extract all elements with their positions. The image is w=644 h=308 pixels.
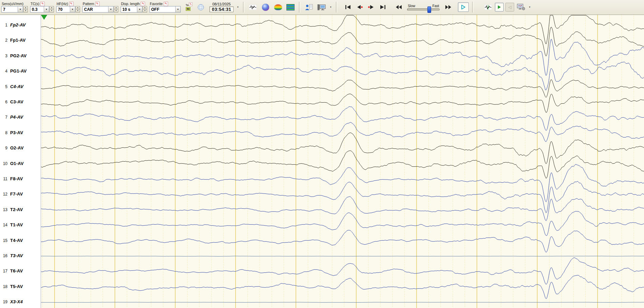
hf-edit-icon[interactable]: ✎ — [69, 2, 74, 6]
pattern-edit-icon[interactable]: ✎ — [95, 2, 100, 6]
brain-topography-icon — [262, 4, 269, 11]
channel-label-row[interactable]: 2Fp1-AV — [0, 38, 26, 43]
pattern-spin-up[interactable]: ▲ — [114, 6, 118, 9]
more-dropdown-arrow[interactable]: ▾ — [528, 6, 531, 8]
chevron-down-icon[interactable]: ▼ — [70, 6, 75, 12]
photic-globe-button[interactable] — [196, 2, 206, 13]
channel-label-row[interactable]: 14T1-AV — [0, 222, 23, 228]
dsa-trend-button[interactable] — [285, 2, 296, 13]
eeg-trace — [41, 39, 644, 76]
channel-label-row[interactable]: 3PG2-AV — [0, 53, 27, 59]
hf-spin-up[interactable]: ▲ — [76, 6, 80, 9]
sens-spin-down[interactable]: ▼ — [23, 9, 28, 13]
eeg-trace — [41, 151, 644, 179]
channel-label-row[interactable]: 12F7-AV — [0, 191, 23, 197]
prev-page-button[interactable]: ◁ — [505, 3, 514, 12]
tc-edit-icon[interactable]: ✎ — [40, 2, 45, 6]
disp-combobox[interactable]: 10 s▼ — [121, 6, 142, 13]
jump-start-button[interactable] — [343, 2, 354, 12]
channel-number: 7 — [0, 115, 7, 120]
jump-end-button[interactable] — [377, 2, 388, 12]
fast-forward-button[interactable] — [443, 2, 454, 12]
rainbow-map-icon — [274, 4, 282, 10]
play-event-button[interactable] — [495, 3, 504, 12]
eeg-main-area: 1Fp2-AV2Fp1-AV3PG2-AV4PG1-AV5C4-AV6C3-AV… — [0, 15, 644, 308]
eeg-trace — [41, 15, 644, 44]
channel-label-row[interactable]: 6C3-AV — [0, 99, 23, 105]
favorite-edit-icon[interactable]: ✎ — [164, 2, 168, 6]
chevron-down-icon[interactable]: ▼ — [137, 6, 142, 12]
disp-spin-up[interactable]: ▲ — [143, 6, 147, 9]
chevron-down-icon[interactable]: ▼ — [108, 6, 113, 12]
channel-label: T3-AV — [10, 253, 23, 258]
tc-combobox[interactable]: 0.3▼ — [30, 6, 49, 13]
tc-label: TC(s) — [31, 2, 39, 6]
channel-number: 5 — [0, 84, 7, 89]
channel-number: 19 — [0, 300, 7, 304]
speed-slider[interactable]: Slow Fast — [407, 4, 440, 11]
channel-label-row[interactable]: 15T4-AV — [0, 238, 23, 243]
step-back-button[interactable] — [354, 2, 365, 12]
chevron-down-icon[interactable]: ▼ — [18, 6, 23, 12]
tc-value: 0.3 — [32, 7, 38, 12]
disp-spin-down[interactable]: ▼ — [143, 9, 147, 13]
disp-label: Disp. length — [121, 2, 140, 6]
channel-label-row[interactable]: 11F8-AV — [0, 176, 23, 182]
eeg-display[interactable] — [41, 15, 644, 308]
channel-label: F7-AV — [10, 191, 23, 197]
notch-filter-button[interactable]: ✎ 50 — [183, 2, 193, 13]
channel-label-row[interactable]: 17T6-AV — [0, 268, 23, 274]
network-monitor-button[interactable] — [516, 2, 526, 13]
pattern-spin-down[interactable]: ▼ — [114, 9, 118, 13]
channel-number: 11 — [0, 177, 7, 181]
topo-map-button[interactable] — [273, 2, 283, 13]
channel-label-row[interactable]: 1Fp2-AV — [0, 22, 26, 28]
eeg-trace — [41, 230, 644, 252]
channel-label-row[interactable]: 18T5-AV — [0, 284, 23, 289]
fast-backward-button[interactable] — [393, 2, 404, 12]
video-dropdown-arrow[interactable]: ▾ — [329, 6, 333, 8]
brain-map-button[interactable] — [260, 2, 270, 13]
sens-spin-up[interactable]: ▲ — [23, 6, 28, 9]
channel-label-row[interactable]: 5C4-AV — [0, 84, 23, 89]
play-button[interactable] — [458, 2, 469, 12]
tc-spin-down[interactable]: ▼ — [49, 9, 54, 13]
field-favorite: Favorite✎OFF▼ — [149, 0, 181, 14]
globe-icon — [197, 4, 204, 11]
play-icon — [461, 4, 466, 10]
channel-label-row[interactable]: 8P3-AV — [0, 130, 23, 136]
channel-number: 18 — [0, 284, 7, 289]
step-forward-button[interactable] — [366, 2, 377, 12]
hf-combobox[interactable]: 70▼ — [56, 6, 75, 13]
video-button[interactable] — [316, 2, 326, 13]
channel-label: PG2-AV — [10, 53, 27, 58]
pattern-combobox[interactable]: CAR▼ — [82, 6, 114, 13]
channel-label: T5-AV — [10, 284, 23, 289]
patient-info-button[interactable] — [304, 2, 314, 13]
channel-label-row[interactable]: 16T3-AV — [0, 253, 23, 259]
wave-tool-button[interactable] — [483, 2, 493, 13]
channel-label-row[interactable]: 9O2-AV — [0, 145, 24, 151]
hf-spin-down[interactable]: ▼ — [76, 9, 80, 13]
channel-number: 2 — [0, 38, 7, 43]
tc-spin-up[interactable]: ▲ — [49, 6, 54, 9]
eeg-trace — [41, 197, 644, 221]
chevron-down-icon[interactable]: ▼ — [175, 6, 180, 12]
disp-edit-icon[interactable]: ✎ — [141, 2, 145, 6]
favorite-combobox[interactable]: OFF▼ — [149, 6, 181, 13]
speed-slider-handle[interactable] — [427, 6, 431, 13]
waveform-view-button[interactable] — [248, 2, 258, 13]
notch-edit-icon[interactable]: ✎ — [189, 2, 193, 6]
sens-combobox[interactable]: 7▼ — [1, 6, 23, 13]
channel-label-row[interactable]: 19X3-X4 — [0, 299, 23, 305]
chevron-down-icon[interactable]: ▼ — [44, 6, 49, 12]
channel-label-row[interactable]: 10O1-AV — [0, 161, 24, 166]
channel-label-row[interactable]: 4PG1-AV — [0, 68, 27, 74]
channel-label-row[interactable]: 13T2-AV — [0, 207, 23, 212]
channel-label: O1-AV — [10, 161, 24, 166]
speed-slider-track[interactable] — [407, 8, 440, 11]
position-marker-icon[interactable] — [41, 15, 47, 20]
datetime-dropdown-arrow[interactable]: ▾ — [236, 6, 240, 8]
channel-label-row[interactable]: 7P4-AV — [0, 115, 23, 120]
patient-document-icon — [305, 4, 313, 11]
